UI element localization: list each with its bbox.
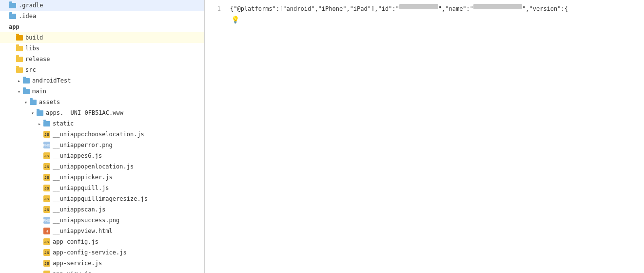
tree-item-name-quill: __uniappquill.js <box>53 185 109 191</box>
tree-item-appconfigservice[interactable]: JSapp-config-service.js <box>0 247 204 258</box>
line-number-1: 1 <box>205 4 221 14</box>
folder-build-icon <box>16 35 23 41</box>
tree-item-name-gradle: .gradle <box>19 2 43 9</box>
tree-item-appes6[interactable]: JS__uniappes6.js <box>0 150 204 161</box>
tree-item-name-app: app <box>9 23 20 30</box>
code-line-1: {"@platforms":["android","iPhone","iPad"… <box>230 4 644 14</box>
folder-blue-icon <box>43 121 50 126</box>
tree-item-name-libs: libs <box>25 45 39 52</box>
tree-item-name-scan: __uniappscan.js <box>53 206 105 213</box>
tree-item-quillimageresize[interactable]: JS__uniappquillimageresize.js <box>0 193 204 204</box>
tree-arrow-apps_uni[interactable] <box>29 110 36 116</box>
js-file-icon: JS <box>43 131 50 138</box>
folder-blue-icon <box>9 3 16 8</box>
tree-item-idea[interactable]: .idea <box>0 11 204 21</box>
png-file-icon: PNG <box>43 142 50 148</box>
folder-blue-icon <box>9 14 16 19</box>
tree-item-androidTest[interactable]: androidTest <box>0 75 204 86</box>
folder-blue-icon <box>30 100 37 105</box>
tree-item-name-picker: __uniapppicker.js <box>53 174 113 181</box>
js-file-icon: JS <box>43 206 50 213</box>
code-content[interactable]: {"@platforms":["android","iPhone","iPad"… <box>224 0 644 273</box>
tree-item-name-release: release <box>25 56 50 63</box>
code-editor: 1 {"@platforms":["android","iPhone","iPa… <box>205 0 644 273</box>
tree-item-name-assets: assets <box>39 99 60 105</box>
tree-item-apps_uni[interactable]: apps.__UNI_0FB51AC.www <box>0 107 204 118</box>
tree-item-name-view_html: __uniappview.html <box>53 228 113 234</box>
tree-item-name-appes6: __uniappes6.js <box>53 152 102 159</box>
folder-yellow-icon <box>16 46 23 51</box>
tree-item-name-appview: app-view.js <box>53 271 91 273</box>
tree-item-name-idea: .idea <box>19 13 36 20</box>
js-file-icon: JS <box>43 271 50 273</box>
tree-item-quill[interactable]: JS__uniappquill.js <box>0 183 204 193</box>
tree-item-chooseloc[interactable]: JS__uniappcchooselocation.js <box>0 129 204 140</box>
tree-item-name-success: __uniappsuccess.png <box>53 217 119 224</box>
js-file-icon: JS <box>43 238 50 245</box>
tree-arrow-assets[interactable] <box>22 100 29 105</box>
tree-item-src[interactable]: src <box>0 64 204 75</box>
png-file-icon: PNG <box>43 217 50 224</box>
tree-item-appservice[interactable]: JSapp-service.js <box>0 258 204 269</box>
code-text-suffix1: ","name":" <box>438 4 473 14</box>
html-file-icon: H <box>43 228 50 234</box>
tree-item-name-chooseloc: __uniappcchooselocation.js <box>53 131 144 138</box>
tree-item-release[interactable]: release <box>0 54 204 64</box>
tree-item-name-androidTest: androidTest <box>32 77 71 84</box>
tree-item-gradle[interactable]: .gradle <box>0 0 204 11</box>
tree-item-name-quillimageresize: __uniappquillimageresize.js <box>53 195 148 202</box>
tree-arrow-static[interactable] <box>36 121 43 126</box>
tree-item-app[interactable]: app <box>0 21 204 32</box>
tree-item-libs[interactable]: libs <box>0 43 204 54</box>
js-file-icon: JS <box>43 174 50 181</box>
folder-yellow-icon <box>16 67 23 73</box>
tree-item-name-main: main <box>32 88 46 95</box>
tree-item-name-apps_uni: apps.__UNI_0FB51AC.www <box>46 109 123 116</box>
tree-item-success[interactable]: PNG__uniappsuccess.png <box>0 215 204 226</box>
tree-item-name-appconfig: app-config.js <box>53 238 98 245</box>
tree-arrow-main[interactable] <box>16 89 22 94</box>
id-redacted <box>399 4 438 9</box>
tree-item-appconfig[interactable]: JSapp-config.js <box>0 236 204 247</box>
tree-item-openloc[interactable]: JS__uniappopenlocation.js <box>0 161 204 172</box>
tree-item-appview[interactable]: JSapp-view.js <box>0 269 204 273</box>
hint-bulb-icon: 💡 <box>231 15 239 24</box>
tree-item-build[interactable]: build <box>0 32 204 43</box>
js-file-icon: JS <box>43 152 50 159</box>
tree-item-scan[interactable]: JS__uniappscan.js <box>0 204 204 215</box>
folder-yellow-icon <box>16 57 23 62</box>
js-file-icon: JS <box>43 249 50 256</box>
tree-item-picker[interactable]: JS__uniapppicker.js <box>0 172 204 183</box>
code-line-2: 💡 <box>230 14 644 24</box>
js-file-icon: JS <box>43 163 50 170</box>
tree-arrow-androidTest[interactable] <box>16 78 22 84</box>
tree-item-name-src: src <box>25 66 36 73</box>
js-file-icon: JS <box>43 195 50 202</box>
folder-blue-icon <box>23 89 30 94</box>
tree-item-static[interactable]: static <box>0 118 204 129</box>
tree-item-name-apperror: __uniapperror.png <box>53 142 113 148</box>
tree-item-name-appservice: app-service.js <box>53 260 102 267</box>
name-redacted <box>473 4 522 9</box>
line-numbers: 1 <box>205 0 224 273</box>
tree-item-view_html[interactable]: H__uniappview.html <box>0 226 204 236</box>
tree-item-apperror[interactable]: PNG__uniapperror.png <box>0 140 204 150</box>
code-text-prefix: {"@platforms":["android","iPhone","iPad"… <box>230 4 399 14</box>
tree-item-assets[interactable]: assets <box>0 97 204 107</box>
tree-item-name-static: static <box>53 120 74 127</box>
folder-blue-icon <box>37 110 43 116</box>
tree-item-name-build: build <box>25 34 43 41</box>
tree-item-name-openloc: __uniappopenlocation.js <box>53 163 134 170</box>
file-tree-panel: .gradle.ideaappbuildlibsreleasesrcandroi… <box>0 0 205 273</box>
folder-blue-icon <box>23 78 30 84</box>
tree-item-name-appconfigservice: app-config-service.js <box>53 249 127 256</box>
js-file-icon: JS <box>43 185 50 191</box>
tree-item-main[interactable]: main <box>0 86 204 97</box>
code-text-suffix2: ","version":{ <box>522 4 568 14</box>
js-file-icon: JS <box>43 260 50 267</box>
